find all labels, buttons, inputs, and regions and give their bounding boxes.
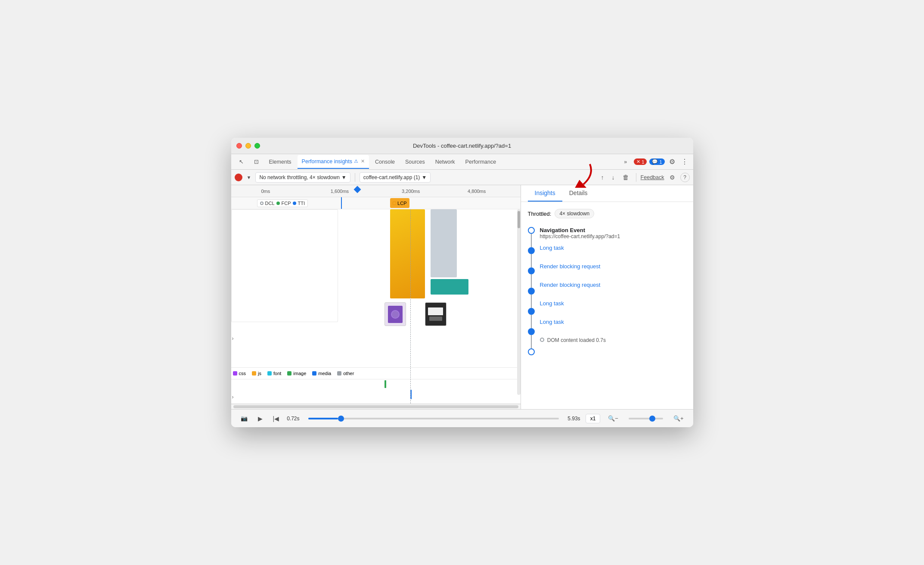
delete-button[interactable]: 🗑 xyxy=(620,172,632,183)
zoom-slider-track[interactable] xyxy=(629,418,663,419)
upload-button[interactable]: ↑ xyxy=(598,172,607,183)
legend-image: image xyxy=(287,371,306,376)
insights-panel: Insights Details Throttled: 4× slowdown xyxy=(521,185,693,409)
tab-console-label: Console xyxy=(375,159,395,165)
lcp-box-icon xyxy=(393,202,396,205)
font-legend-label: font xyxy=(273,371,281,376)
tab-elements[interactable]: Elements xyxy=(265,155,296,169)
js-legend-label: js xyxy=(258,371,261,376)
messages-count: 1 xyxy=(659,159,662,165)
time-1600: 1,600ms xyxy=(331,189,349,194)
h-scrollbar-thumb[interactable] xyxy=(233,405,518,408)
event-dot-5 xyxy=(528,328,535,335)
event-long-task-1: Long task xyxy=(540,245,686,251)
long-task-2-link[interactable]: Long task xyxy=(540,300,686,307)
dom-event-circle xyxy=(528,348,535,355)
render-blocking-2-link[interactable]: Render blocking request xyxy=(540,282,686,288)
dom-circle-icon xyxy=(540,338,544,342)
scrubber-track[interactable] xyxy=(308,418,559,419)
event-dot-2 xyxy=(528,267,535,274)
event-dot-3 xyxy=(528,288,535,295)
screenshot-thumb-2 xyxy=(425,302,446,326)
long-task-1-link[interactable]: Long task xyxy=(540,245,686,251)
other-color-icon xyxy=(337,371,341,376)
throttled-label: Throttled: xyxy=(528,211,552,217)
tab-sources-label: Sources xyxy=(405,159,425,165)
fcp-label: FCP xyxy=(282,201,291,206)
go-to-start-button[interactable]: |◀ xyxy=(270,413,282,424)
css-color-icon xyxy=(233,371,237,376)
tab-performance[interactable]: Performance xyxy=(461,155,501,169)
expand-row1-button[interactable]: › xyxy=(232,335,234,341)
line-1 xyxy=(531,234,532,247)
tab-close-icon[interactable]: ✕ xyxy=(361,158,365,164)
errors-badge: ✕ 1 xyxy=(634,158,647,165)
insights-tabs: Insights Details xyxy=(521,185,693,202)
tab-performance-insights-label: Performance insights xyxy=(302,158,352,165)
event-dom-loaded: DOM content loaded 0.7s xyxy=(540,337,686,343)
nav-event-item: Navigation Event https://coffee-cart.net… xyxy=(540,227,686,239)
lcp-group: LCP xyxy=(390,198,409,208)
zoom-in-button[interactable]: 🔍+ xyxy=(671,413,686,423)
timeline-events: Navigation Event https://coffee-cart.net… xyxy=(528,227,686,355)
css-legend-label: css xyxy=(239,371,246,376)
tab-details[interactable]: Details xyxy=(562,185,595,202)
font-color-icon xyxy=(267,371,272,376)
legend-font: font xyxy=(267,371,281,376)
record-dropdown[interactable]: ▼ xyxy=(245,173,253,182)
download-button[interactable]: ↓ xyxy=(609,172,617,183)
dcl-fcp-tti-group: DCL FCP TTI xyxy=(257,199,308,207)
panel-settings-button[interactable]: ⚙ xyxy=(667,172,678,183)
long-task-3-link[interactable]: Long task xyxy=(540,319,686,325)
throttle-value: 4× slowdown xyxy=(555,209,594,218)
tab-sources[interactable]: Sources xyxy=(401,155,429,169)
dom-loaded-text: DOM content loaded 0.7s xyxy=(547,337,606,343)
line-3 xyxy=(531,274,532,288)
teal-block xyxy=(431,279,468,295)
zoom-out-button[interactable]: 🔍− xyxy=(605,413,621,423)
scrollbar-thumb[interactable] xyxy=(518,211,520,228)
minimize-button[interactable] xyxy=(245,143,251,149)
screenshot-toggle-button[interactable]: 📷 xyxy=(238,413,250,423)
legend-row: css js font image xyxy=(231,367,521,379)
tab-device[interactable]: ⊡ xyxy=(250,155,263,169)
url-chevron-icon: ▼ xyxy=(422,174,427,180)
nav-event-title: Navigation Event xyxy=(540,227,686,233)
tab-cursor[interactable]: ↖ xyxy=(235,155,248,169)
record-button[interactable] xyxy=(235,174,242,181)
scrubber-fill xyxy=(308,418,338,419)
time-0: 0ms xyxy=(261,189,270,194)
expand-row2-button[interactable]: › xyxy=(232,394,234,400)
throttle-dropdown[interactable]: No network throttling, 4× slowdown ▼ xyxy=(255,172,350,183)
throttle-label: No network throttling, 4× slowdown xyxy=(259,174,339,180)
scrubber-thumb[interactable] xyxy=(338,416,344,422)
messages-badge: 💬 1 xyxy=(649,158,664,165)
play-button[interactable]: ▶ xyxy=(255,413,265,424)
tab-insights[interactable]: Insights xyxy=(528,185,562,202)
tab-console[interactable]: Console xyxy=(371,155,399,169)
zoom-slider-thumb[interactable] xyxy=(649,416,655,422)
devtools-settings-button[interactable]: ⚙ xyxy=(667,156,677,168)
more-tabs-button[interactable]: » xyxy=(620,155,631,169)
tab-network[interactable]: Network xyxy=(431,155,459,169)
render-blocking-1-link[interactable]: Render blocking request xyxy=(540,263,686,270)
event-long-task-2: Long task xyxy=(540,300,686,307)
tab-elements-label: Elements xyxy=(269,159,291,165)
feedback-button[interactable]: Feedback xyxy=(641,174,664,180)
timeline-line xyxy=(528,227,535,355)
playhead-line xyxy=(341,197,342,209)
time-end-label: 5.93s xyxy=(567,416,580,422)
timeline-panel: 0ms 1,600ms 3,200ms 4,800ms DCL F xyxy=(231,185,521,409)
other-legend-label: other xyxy=(343,371,354,376)
toolbar-separator2 xyxy=(636,173,636,182)
tab-performance-insights[interactable]: Performance insights ⚠ ✕ xyxy=(298,155,369,169)
maximize-button[interactable] xyxy=(254,143,260,149)
viz-area: css js font image xyxy=(231,209,521,404)
white-block xyxy=(231,209,338,322)
devtools-more-button[interactable]: ⋮ xyxy=(679,156,690,168)
url-dropdown[interactable]: coffee-cart.netlify.app (1) ▼ xyxy=(360,172,431,183)
help-button[interactable]: ? xyxy=(680,173,690,182)
close-button[interactable] xyxy=(236,143,242,149)
lcp-label: LCP xyxy=(397,201,406,206)
line-4 xyxy=(531,295,532,308)
